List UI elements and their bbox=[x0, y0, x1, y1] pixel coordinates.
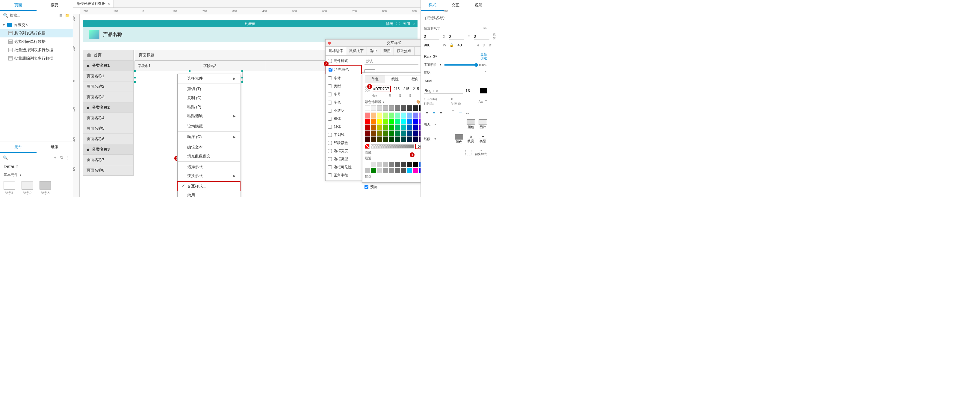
sidebar-item[interactable]: 页面名称3 bbox=[83, 92, 134, 102]
property-check[interactable]: 字色 bbox=[326, 98, 362, 106]
tab-mousedown[interactable]: 鼠标按下 bbox=[346, 47, 367, 56]
recent-color-swatch[interactable] bbox=[395, 168, 400, 173]
property-check[interactable]: 圆角半径 bbox=[326, 171, 362, 180]
property-check[interactable]: 粗体 bbox=[326, 115, 362, 123]
tab-solid[interactable]: 单色 bbox=[365, 75, 385, 83]
color-swatch[interactable] bbox=[371, 113, 376, 118]
more-icon[interactable]: ⋮ bbox=[66, 156, 70, 160]
copy-icon[interactable]: ⧉ bbox=[60, 155, 63, 160]
tree-folder-row[interactable]: ▼ 高级交互 bbox=[0, 21, 73, 29]
sidebar-category[interactable]: ◆分类名称2 bbox=[83, 102, 134, 113]
color-swatch[interactable] bbox=[413, 105, 418, 111]
color-swatch[interactable] bbox=[419, 105, 420, 111]
ctx-menu-item[interactable]: 粘贴 (P) bbox=[178, 102, 240, 111]
no-color-icon[interactable] bbox=[365, 144, 370, 149]
ctx-menu-item[interactable]: 复制 (C) bbox=[178, 94, 240, 102]
tab-masters[interactable]: 母版 bbox=[37, 142, 73, 153]
update-style[interactable]: 更新 bbox=[480, 52, 487, 56]
ctx-menu-item[interactable]: 禁用 bbox=[178, 191, 240, 197]
color-swatch[interactable] bbox=[383, 105, 388, 111]
property-check[interactable]: 字号 bbox=[326, 91, 362, 98]
property-check[interactable]: 边框宽度 bbox=[326, 147, 362, 155]
valign-middle[interactable]: ═ bbox=[457, 109, 463, 115]
shape-rect3[interactable]: 矩形3 bbox=[40, 181, 51, 195]
color-swatch[interactable] bbox=[383, 113, 388, 118]
sidebar-item[interactable]: 页面名称5 bbox=[83, 123, 134, 134]
tab-linear[interactable]: 线性 bbox=[385, 75, 405, 83]
sidebar-category[interactable]: ◆分类名称1 bbox=[83, 60, 134, 71]
line-type-select[interactable]: ━ bbox=[479, 135, 487, 139]
close-x-icon[interactable]: × bbox=[413, 22, 415, 26]
column-header[interactable]: 字段名1 bbox=[134, 60, 200, 71]
ctx-menu-item[interactable]: 填充乱数假文 bbox=[178, 152, 240, 161]
tab-interact[interactable]: 交互 bbox=[444, 0, 467, 11]
ctx-menu-item[interactable]: 编辑文本 bbox=[178, 143, 240, 152]
alpha-slider[interactable] bbox=[371, 144, 414, 148]
expand-icon[interactable]: ⛶ bbox=[396, 22, 400, 26]
color-swatch[interactable] bbox=[383, 119, 388, 124]
color-swatch[interactable] bbox=[419, 124, 420, 130]
preview-checkbox[interactable]: 预览 bbox=[364, 184, 377, 189]
color-swatch[interactable] bbox=[419, 119, 420, 124]
color-swatch[interactable] bbox=[407, 130, 412, 136]
color-swatch[interactable] bbox=[401, 105, 406, 111]
recent-color-swatch[interactable] bbox=[389, 168, 394, 173]
recent-color-swatch[interactable] bbox=[377, 168, 382, 173]
property-check[interactable]: 不透明 bbox=[326, 106, 362, 115]
search-icon[interactable]: 🔍 bbox=[3, 156, 8, 160]
shape-rect1[interactable]: 矩形1 bbox=[3, 181, 15, 195]
flip-v-icon[interactable]: ⇵ bbox=[489, 43, 492, 47]
align-left[interactable]: ≡ bbox=[424, 109, 430, 115]
color-swatch[interactable] bbox=[377, 119, 382, 124]
property-check[interactable]: 类型 bbox=[326, 82, 362, 91]
ctx-menu-item[interactable]: 选择形状 bbox=[178, 162, 240, 171]
page-item[interactable]: 悬停列表某行数据 bbox=[0, 29, 73, 37]
close-dot-icon[interactable] bbox=[328, 41, 331, 44]
color-swatch[interactable] bbox=[395, 119, 400, 124]
font-size-input[interactable] bbox=[465, 88, 477, 93]
sidebar-item[interactable]: 页面名称7 bbox=[83, 154, 134, 165]
close-icon[interactable]: × bbox=[108, 2, 110, 6]
x-input[interactable] bbox=[424, 33, 439, 40]
valign-top[interactable]: ⎴ bbox=[450, 109, 456, 115]
color-swatch[interactable] bbox=[407, 113, 412, 118]
create-style[interactable]: 创建 bbox=[480, 56, 487, 60]
color-swatch[interactable] bbox=[413, 137, 418, 142]
ctx-menu-item[interactable]: 变换形状▶ bbox=[178, 171, 240, 180]
color-swatch[interactable] bbox=[365, 137, 370, 142]
color-swatch[interactable] bbox=[395, 105, 400, 111]
g-value[interactable]: 215 bbox=[402, 87, 410, 91]
color-swatch[interactable] bbox=[407, 124, 412, 130]
color-swatch[interactable] bbox=[377, 130, 382, 136]
sidebar-home[interactable]: 首页 bbox=[83, 50, 134, 60]
tab-selected[interactable]: 选中 bbox=[367, 47, 380, 56]
shape-rect2[interactable]: 矩形2 bbox=[22, 181, 33, 195]
lock-icon[interactable]: 🔓 bbox=[450, 43, 454, 47]
align-right[interactable]: ≡ bbox=[438, 109, 444, 115]
y-input[interactable] bbox=[449, 33, 464, 40]
color-swatch[interactable] bbox=[389, 113, 394, 118]
recent-color-swatch[interactable] bbox=[401, 168, 406, 173]
fill-image-swatch[interactable] bbox=[479, 119, 487, 125]
property-check[interactable]: 字体 bbox=[326, 74, 362, 82]
widget-name-input[interactable] bbox=[424, 13, 487, 22]
tab-disabled[interactable]: 禁用 bbox=[380, 47, 394, 56]
preview-check[interactable] bbox=[364, 185, 368, 189]
color-swatch[interactable] bbox=[365, 130, 370, 136]
font-family-select[interactable]: Arial bbox=[424, 78, 487, 84]
property-check[interactable]: 斜体 bbox=[326, 123, 362, 131]
color-swatch[interactable] bbox=[407, 105, 412, 111]
color-swatch[interactable] bbox=[413, 124, 418, 130]
recent-color-swatch[interactable] bbox=[371, 162, 376, 167]
ctx-menu-item[interactable]: 顺序 (O)▶ bbox=[178, 132, 240, 141]
add-icon[interactable]: ＋ bbox=[53, 155, 57, 160]
color-swatch[interactable] bbox=[377, 137, 382, 142]
default-style-select[interactable]: 默认 bbox=[364, 58, 418, 65]
color-swatch[interactable] bbox=[371, 137, 376, 142]
color-swatch[interactable] bbox=[395, 113, 400, 118]
color-swatch[interactable] bbox=[389, 137, 394, 142]
color-swatch[interactable] bbox=[401, 130, 406, 136]
opacity-value[interactable]: 100% bbox=[479, 63, 487, 67]
recent-color-swatch[interactable] bbox=[419, 168, 420, 173]
recent-color-swatch[interactable] bbox=[371, 168, 376, 173]
